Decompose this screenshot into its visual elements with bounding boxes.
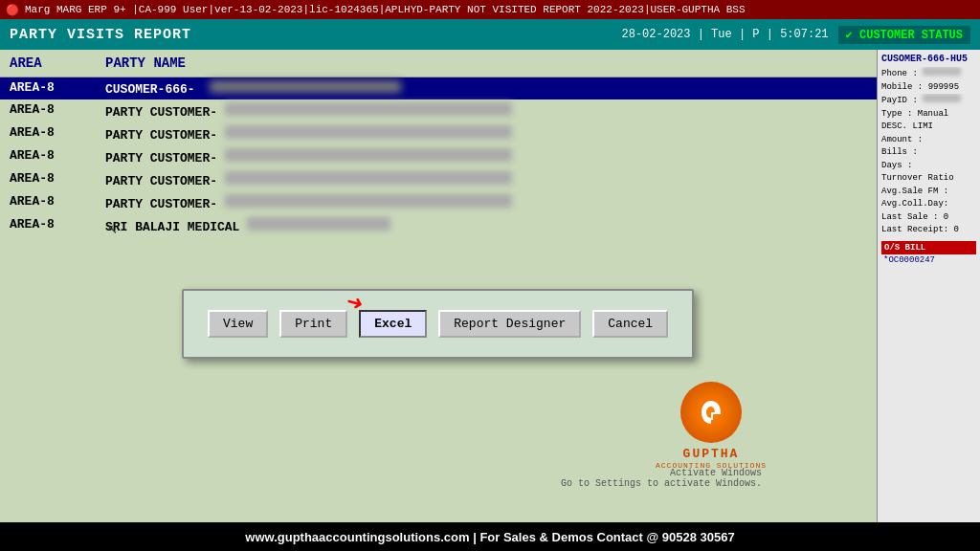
marg-icon: 🔴 <box>6 4 19 16</box>
table-row[interactable]: AREA-8 CUSOMER-666- <box>0 77 877 99</box>
logo-subtitle: ACCOUNTING SOLUTIONS <box>656 461 767 470</box>
excel-button[interactable]: Excel <box>359 310 427 338</box>
app-title: PARTY VISITS REPORT <box>10 27 191 43</box>
cell-area: AREA-8 <box>10 148 105 165</box>
cell-party: SRI BALAJI MEDICAL <box>105 217 867 234</box>
phone-line: Phone : <box>881 67 976 81</box>
cell-area: AREA-8 <box>10 102 105 120</box>
cell-area: AREA-8 <box>10 194 105 211</box>
report-designer-button[interactable]: Report Designer <box>438 310 581 338</box>
cell-area: AREA-8 <box>10 125 105 143</box>
title-bar-text: Marg MARG ERP 9+ |CA-999 User|ver-13-02-… <box>25 4 746 15</box>
table-row[interactable]: AREA-8 SRI BALAJI MEDICAL <box>0 214 877 237</box>
table-row[interactable]: AREA-8 PARTY CUSTOMER- <box>0 145 877 168</box>
cell-area: AREA-8 <box>10 171 105 188</box>
lastreceipt-line: Last Receipt: 0 <box>881 224 976 237</box>
datetime-text: 28-02-2023 | Tue | P | 5:07:21 <box>622 28 829 41</box>
bills-line: Bills : <box>881 146 976 160</box>
cell-area: AREA-8 <box>10 80 105 97</box>
col-header-area: AREA <box>10 55 105 71</box>
turnover-line: Turnover Ratio <box>881 172 976 186</box>
os-bill-number: *OC0000247 <box>881 254 976 266</box>
table-row[interactable]: AREA-8 PARTY CUSTOMER- <box>0 99 877 122</box>
activate-line2: Go to Settings to activate Windows. <box>561 478 762 489</box>
cell-area: AREA-8 <box>10 217 105 234</box>
print-button[interactable]: Print <box>279 310 347 338</box>
customer-name: CUSOMER-666-HU5 <box>881 54 976 64</box>
right-panel: CUSOMER-666-HU5 Phone : Mobile : 999995 … <box>877 50 980 522</box>
type-line: Type : Manual <box>881 108 976 121</box>
header-bar: PARTY VISITS REPORT 28-02-2023 | Tue | P… <box>0 19 980 50</box>
logo-company-name: GUPTHA <box>656 447 767 461</box>
footer-bar: www.gupthaaccountingsolutions.com | For … <box>0 522 980 551</box>
header-right: 28-02-2023 | Tue | P | 5:07:21 ✔ CUSTOME… <box>622 26 971 44</box>
data-table: AREA-8 CUSOMER-666- AREA-8 PARTY CUSTOME… <box>0 77 877 237</box>
cell-party: CUSOMER-666- <box>105 80 867 97</box>
title-bar: 🔴 Marg MARG ERP 9+ |CA-999 User|ver-13-0… <box>0 0 980 19</box>
avgcoll-line: Avg.Coll.Day: <box>881 198 976 211</box>
cancel-button[interactable]: Cancel <box>592 310 668 338</box>
column-headers: AREA PARTY NAME <box>0 50 877 77</box>
days-line: Days : <box>881 160 976 173</box>
customer-status-label: ✔ CUSTOMER STATUS <box>838 26 970 44</box>
amount-line: Amount : <box>881 134 976 147</box>
cell-party: PARTY CUSTOMER- <box>105 194 867 211</box>
view-button[interactable]: View <box>208 310 268 338</box>
cell-party: PARTY CUSTOMER- <box>105 171 867 188</box>
activate-windows-notice: Activate Windows Go to Settings to activ… <box>561 468 762 489</box>
lastsale-line: Last Sale : 0 <box>881 211 976 225</box>
main-layout: AREA PARTY NAME AREA-8 CUSOMER-666- AREA… <box>0 50 980 522</box>
cell-party: PARTY CUSTOMER- <box>105 148 867 165</box>
table-row[interactable]: AREA-8 PARTY CUSTOMER- <box>0 168 877 191</box>
cell-party: PARTY CUSTOMER- <box>105 125 867 143</box>
logo-circle <box>680 382 742 443</box>
payid-line: PayID : <box>881 94 976 108</box>
avgsale-line: Avg.Sale FM : <box>881 186 976 199</box>
mobile-line: Mobile : 999995 <box>881 81 976 95</box>
os-bill-header: O/S BILL <box>881 241 976 254</box>
guptha-logo: GUPTHA ACCOUNTING SOLUTIONS <box>656 382 767 470</box>
table-row[interactable]: AREA-8 PARTY CUSTOMER- <box>0 191 877 214</box>
footer-text: www.gupthaaccountingsolutions.com | For … <box>245 530 734 544</box>
col-header-party: PARTY NAME <box>105 55 867 71</box>
left-panel: AREA PARTY NAME AREA-8 CUSOMER-666- AREA… <box>0 50 877 522</box>
export-dialog: View Print Excel Report Designer Cancel <box>182 289 694 359</box>
cell-party: PARTY CUSTOMER- <box>105 102 867 120</box>
logo-svg <box>692 393 730 431</box>
table-row[interactable]: AREA-8 PARTY CUSTOMER- <box>0 122 877 145</box>
desc-line: DESC. LIMI <box>881 121 976 134</box>
